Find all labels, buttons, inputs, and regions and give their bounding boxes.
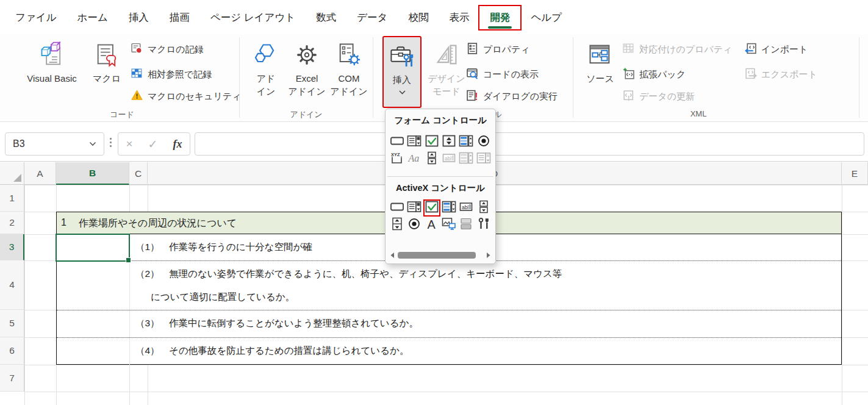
tab-file[interactable]: ファイル — [5, 6, 67, 29]
cell-b2-number[interactable]: 1 — [61, 217, 66, 228]
tab-help[interactable]: ヘルプ — [520, 6, 572, 29]
dropdown-scrollbar[interactable] — [389, 250, 492, 260]
activex-label-icon[interactable]: A — [423, 217, 440, 234]
active-tab-underline — [488, 26, 512, 29]
macros-button[interactable]: マクロ — [89, 36, 124, 108]
gridline — [129, 261, 130, 365]
name-box-value: B3 — [13, 138, 89, 149]
activex-togglebutton-icon[interactable] — [457, 217, 475, 234]
formula-input[interactable] — [195, 132, 864, 156]
form-text-icon[interactable]: Aa — [406, 151, 423, 168]
tab-insert[interactable]: 挿入 — [118, 6, 159, 29]
ribbon-group-separator — [373, 37, 373, 118]
scroll-right-arrow-icon[interactable] — [485, 252, 492, 259]
form-combobox-icon[interactable] — [406, 134, 423, 151]
insert-function-icon[interactable]: fx — [173, 138, 182, 151]
form-button-icon[interactable] — [389, 134, 406, 151]
view-code-button[interactable]: コードの表示 — [466, 66, 539, 82]
column-header-a[interactable]: A — [24, 162, 56, 185]
select-all-button[interactable] — [0, 162, 24, 185]
tab-review[interactable]: 校閲 — [398, 6, 439, 29]
tab-draw[interactable]: 描画 — [159, 6, 200, 29]
tab-view[interactable]: 表示 — [439, 6, 479, 29]
row-header-1[interactable]: 1 — [0, 185, 24, 212]
activex-scrollbar-icon — [390, 217, 404, 233]
form-spinbutton-icon[interactable] — [440, 134, 457, 151]
scrollbar-thumb[interactable] — [398, 252, 476, 259]
enter-icon[interactable]: ✓ — [148, 137, 158, 151]
relative-references-button[interactable]: 相対参照で記録 — [131, 66, 212, 82]
excel-add-ins-button[interactable]: Excel アドイン — [286, 36, 328, 108]
expansion-packs-button[interactable]: 拡張パック — [622, 66, 686, 82]
tab-developer[interactable]: 開発 — [479, 6, 520, 29]
cell-c3-text[interactable]: （1） 作業等を行うのに十分な空間が確 — [135, 241, 312, 254]
activex-scrollbar-icon[interactable] — [389, 217, 406, 234]
export-button[interactable]: エクスポート — [744, 66, 817, 82]
tab-label: 開発 — [490, 11, 510, 24]
activex-checkbox-icon[interactable] — [423, 199, 440, 217]
activex-commandbutton-icon[interactable] — [389, 199, 406, 217]
form-checkbox-icon — [425, 134, 439, 150]
cell-c6-text[interactable]: （4） その他事故を防止するための措置は講じられているか。 — [135, 345, 409, 357]
form-optionbutton-icon[interactable] — [475, 134, 492, 151]
selected-cell-b3[interactable] — [56, 234, 130, 262]
row-header-2[interactable]: 2 — [0, 212, 24, 234]
cancel-icon[interactable]: × — [126, 137, 132, 151]
form-checkbox-icon[interactable] — [423, 134, 440, 151]
activex-optionbutton-icon[interactable] — [406, 217, 423, 234]
activex-more-controls-icon[interactable] — [475, 217, 492, 234]
form-combobox-icon — [407, 134, 421, 150]
form-scrollbar-icon[interactable] — [423, 151, 440, 168]
fill-handle[interactable] — [126, 257, 131, 263]
row-header-5[interactable]: 5 — [0, 310, 24, 337]
cell-c5-text[interactable]: （3） 作業中に転倒することがないよう整理整頓されているか。 — [135, 317, 418, 330]
tab-formulas[interactable]: 数式 — [306, 6, 346, 29]
properties-icon — [466, 42, 479, 57]
refresh-data-button[interactable]: !データの更新 — [622, 88, 695, 104]
row-header-6[interactable]: 6 — [0, 337, 24, 365]
row-header-7[interactable]: 7 — [0, 365, 24, 392]
properties-button[interactable]: プロパティ — [466, 41, 530, 57]
activex-spinbutton-icon[interactable] — [475, 199, 492, 217]
import-button[interactable]: インポート — [744, 41, 808, 57]
row-header-4[interactable]: 4 — [0, 260, 24, 310]
record-macro-button[interactable]: マクロの記録 — [131, 41, 203, 57]
design-mode-icon — [433, 40, 460, 70]
xml-source-button[interactable]: ソース — [583, 36, 618, 108]
cell-b2-text[interactable]: 作業場所やその周辺の状況について — [79, 217, 237, 230]
visual-basic-button[interactable]: Visual Basic — [18, 36, 85, 108]
run-dialog-button[interactable]: !ダイアログの実行 — [466, 88, 558, 104]
row-header-3[interactable]: 3 — [0, 234, 24, 260]
excel-window: ファイルホーム挿入描画ページ レイアウト数式データ校閲表示開発ヘルプ Visua… — [0, 0, 868, 405]
scroll-left-arrow-icon[interactable] — [389, 252, 396, 259]
import-icon — [744, 42, 757, 57]
form-spinbutton-icon — [442, 134, 456, 150]
name-box[interactable]: B3 — [5, 132, 104, 156]
form-list-edit-icon[interactable] — [457, 151, 475, 168]
tab-data[interactable]: データ — [346, 6, 398, 29]
form-listbox-icon[interactable] — [457, 134, 475, 151]
activex-textbox-icon[interactable]: abl — [457, 199, 475, 217]
form-field-icon[interactable]: abl — [440, 151, 457, 168]
relative-reference-icon — [131, 67, 143, 82]
column-header-b[interactable]: B — [56, 162, 129, 185]
tab-home[interactable]: ホーム — [67, 6, 118, 29]
map-properties-button[interactable]: 対応付けのプロパティ — [622, 41, 732, 57]
form-label-icon[interactable]: XYZ — [389, 151, 406, 168]
cell-c4-text-line1[interactable]: （2） 無理のない姿勢で作業ができるように、机、椅子や、ディスプレイ、キーボード… — [135, 268, 562, 281]
activex-combobox-icon[interactable] — [406, 199, 423, 217]
tab-label: ファイル — [15, 11, 57, 24]
macro-security-button[interactable]: マクロのセキュリティ — [131, 88, 242, 104]
tab-page-layout[interactable]: ページ レイアウト — [200, 6, 306, 29]
column-header-c[interactable]: C — [129, 162, 148, 185]
insert-controls-button[interactable]: 挿入 — [382, 36, 421, 108]
button-label: マクロの記録 — [148, 44, 203, 56]
column-header-e[interactable]: E — [842, 162, 868, 185]
cell-c4-text-line2[interactable]: について適切に配置しているか。 — [151, 291, 295, 304]
add-ins-button[interactable]: アド イン — [248, 36, 284, 108]
activex-listbox-icon[interactable] — [440, 199, 457, 217]
com-add-ins-button[interactable]: COM アドイン — [330, 36, 368, 108]
form-combo-edit-icon[interactable] — [475, 151, 492, 168]
design-mode-button[interactable]: デザイン モード — [425, 36, 468, 108]
activex-image-icon[interactable] — [440, 217, 457, 234]
